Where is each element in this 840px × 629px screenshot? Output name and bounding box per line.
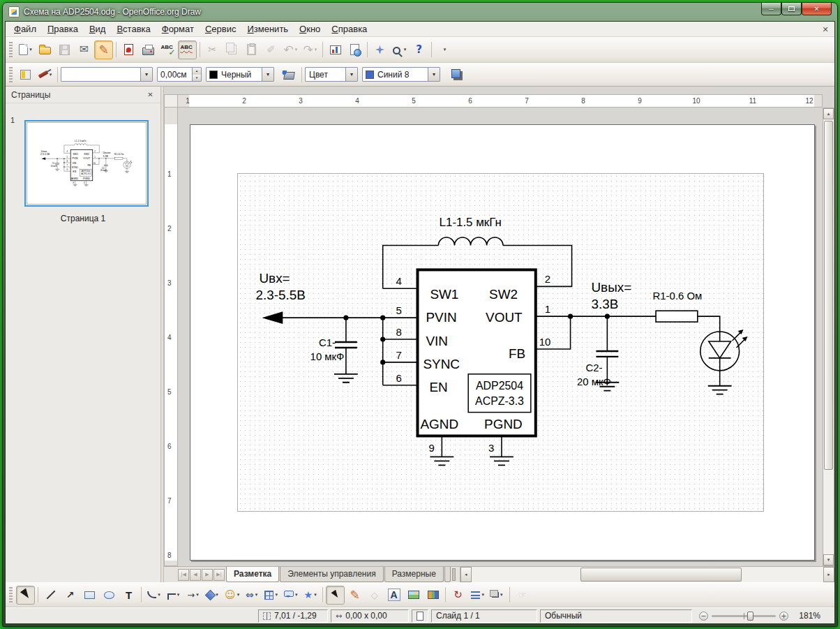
email-button[interactable] [75, 40, 93, 59]
connector-tool-button[interactable] [164, 586, 183, 605]
vertical-ruler[interactable]: 1 2 3 4 5 6 7 8 [164, 108, 178, 566]
fill-type-select[interactable]: Цвет [305, 67, 358, 82]
text-tool-button[interactable]: T [119, 586, 138, 605]
gallery-button[interactable] [423, 586, 442, 605]
cut-button[interactable] [203, 40, 222, 59]
symbol-shapes-button[interactable] [223, 586, 241, 605]
select-tool-button[interactable] [16, 586, 35, 605]
callouts-button[interactable] [281, 586, 300, 605]
toolbar-grip[interactable] [9, 42, 13, 57]
zoom-button[interactable] [390, 40, 409, 59]
line-tool-button[interactable] [41, 586, 60, 605]
export-pdf-button[interactable] [119, 40, 138, 59]
paste-button[interactable] [242, 40, 261, 59]
scroll-down-button[interactable] [823, 554, 834, 565]
flowchart-button[interactable] [262, 586, 280, 605]
rotate-button[interactable] [449, 586, 467, 605]
shadow-button[interactable] [447, 65, 466, 84]
line-color-select[interactable]: Черный [206, 67, 274, 82]
styles-button[interactable] [16, 65, 35, 84]
interaction-button[interactable] [513, 586, 532, 605]
menu-format[interactable]: Формат [156, 22, 200, 36]
scroll-up-button[interactable] [823, 108, 834, 119]
spin-up-icon[interactable] [193, 68, 201, 75]
drawing-page[interactable] [190, 124, 815, 561]
view-mode-field[interactable]: Обычный [540, 609, 692, 623]
fill-bucket-button[interactable] [280, 65, 299, 84]
curve-tool-button[interactable] [144, 586, 163, 605]
tab-area-splitter[interactable] [452, 568, 456, 581]
fill-type-dropdown-icon[interactable] [345, 68, 357, 81]
menu-tools[interactable]: Сервис [200, 22, 242, 36]
help-button[interactable] [410, 40, 428, 59]
line-width-spinner[interactable]: 0,00см [157, 67, 202, 82]
autospellcheck-button[interactable]: ABC [178, 40, 197, 59]
menu-file[interactable]: Файл [8, 22, 42, 36]
line-style-dropdown-icon[interactable] [140, 68, 152, 81]
fill-color-dropdown-icon[interactable] [428, 68, 440, 81]
horizontal-scrollbar[interactable] [460, 567, 834, 582]
copy-button[interactable] [223, 40, 241, 59]
hyperlink-button[interactable] [345, 40, 364, 59]
titlebar[interactable]: Схема на ADP2504.odg - OpenOffice.org Dr… [3, 3, 837, 21]
close-document-icon[interactable] [820, 24, 830, 34]
line-color-dropdown-icon[interactable] [262, 68, 273, 81]
line-arrow-tool-button[interactable] [61, 586, 80, 605]
scroll-right-button[interactable] [823, 567, 834, 582]
zoom-slider-thumb[interactable] [747, 612, 753, 621]
arrange-button[interactable] [488, 586, 507, 605]
edit-mode-button[interactable] [94, 40, 113, 59]
vertical-scrollbar[interactable] [823, 108, 834, 566]
vertical-scroll-track[interactable] [823, 119, 834, 554]
line-style-select[interactable] [61, 67, 153, 82]
tab-controls[interactable]: Элементы управления [280, 567, 383, 582]
horizontal-ruler[interactable]: 1 2 3 4 5 6 7 8 9 10 11 12 [178, 94, 823, 108]
zoom-in-button[interactable]: + [779, 612, 788, 621]
glue-points-button[interactable] [365, 586, 384, 605]
schematic-frame[interactable] [237, 173, 764, 512]
vertical-scroll-thumb[interactable] [824, 121, 833, 470]
open-button[interactable] [36, 40, 54, 59]
previous-layer-button[interactable] [190, 569, 201, 581]
first-layer-button[interactable] [178, 569, 189, 581]
horizontal-scroll-track[interactable] [472, 567, 823, 582]
pages-panel-close-icon[interactable] [146, 90, 155, 99]
format-paintbrush-button[interactable] [262, 40, 280, 59]
redo-button[interactable] [301, 40, 320, 59]
spin-down-icon[interactable] [193, 75, 201, 82]
drawing-canvas[interactable] [178, 108, 823, 566]
zoom-slider[interactable] [712, 615, 776, 617]
print-button[interactable] [139, 40, 158, 59]
lines-arrows-button[interactable] [183, 586, 202, 605]
new-document-button[interactable] [16, 40, 35, 59]
fontwork-button[interactable]: A [384, 586, 403, 605]
menu-edit[interactable]: Правка [42, 22, 84, 36]
save-button[interactable] [55, 40, 74, 59]
undo-button[interactable] [281, 40, 300, 59]
menu-window[interactable]: Окно [294, 22, 326, 36]
tab-dimension-lines[interactable]: Размерные [384, 567, 444, 582]
ellipse-tool-button[interactable] [100, 586, 119, 605]
menu-view[interactable]: Вид [84, 22, 112, 36]
toolbar-overflow-button[interactable] [435, 40, 453, 59]
effects-button[interactable] [345, 586, 364, 605]
alignment-button[interactable] [468, 586, 487, 605]
navigator-button[interactable] [370, 40, 389, 59]
next-layer-button[interactable] [202, 569, 213, 581]
menu-help[interactable]: Справка [326, 22, 373, 36]
zoom-out-button[interactable]: − [699, 612, 708, 621]
toolbar-grip[interactable] [9, 587, 13, 602]
toolbar-grip[interactable] [9, 67, 13, 82]
insert-chart-button[interactable] [326, 40, 345, 59]
insert-picture-button[interactable] [404, 586, 423, 605]
last-layer-button[interactable] [213, 569, 225, 581]
edit-points-button[interactable] [326, 586, 345, 605]
menu-insert[interactable]: Вставка [111, 22, 156, 36]
maximize-button[interactable] [781, 3, 802, 15]
page-thumbnail[interactable] [24, 120, 149, 207]
zoom-level-value[interactable]: 181% [791, 611, 825, 621]
horizontal-scroll-thumb[interactable] [580, 568, 742, 582]
spellcheck-button[interactable]: ABC [158, 40, 177, 59]
close-button[interactable]: ✕ [802, 3, 832, 15]
rectangle-tool-button[interactable] [80, 586, 99, 605]
